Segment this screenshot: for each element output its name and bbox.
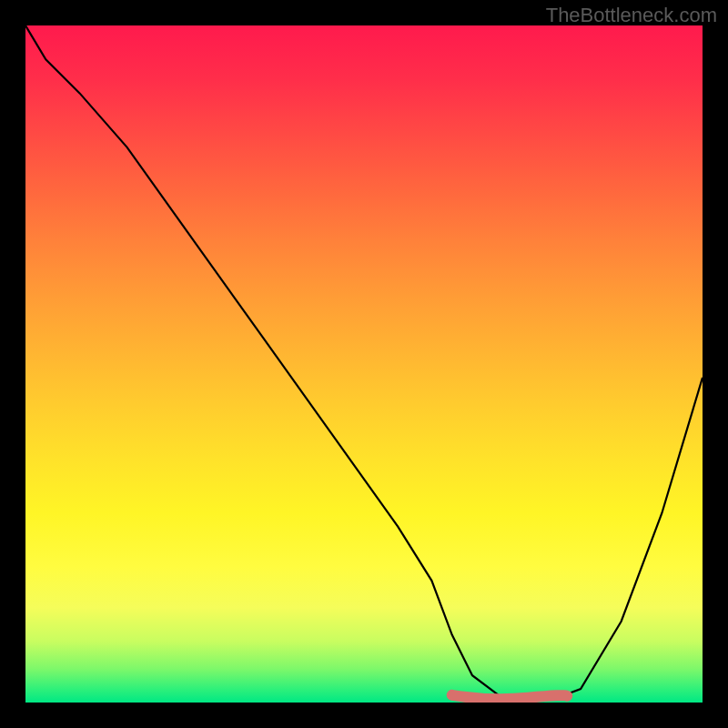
optimal-zone-accent — [452, 695, 568, 699]
watermark-label: TheBottleneck.com — [546, 4, 717, 27]
chart-area — [25, 25, 703, 703]
chart-svg — [25, 25, 703, 703]
bottleneck-curve-line — [25, 25, 703, 699]
